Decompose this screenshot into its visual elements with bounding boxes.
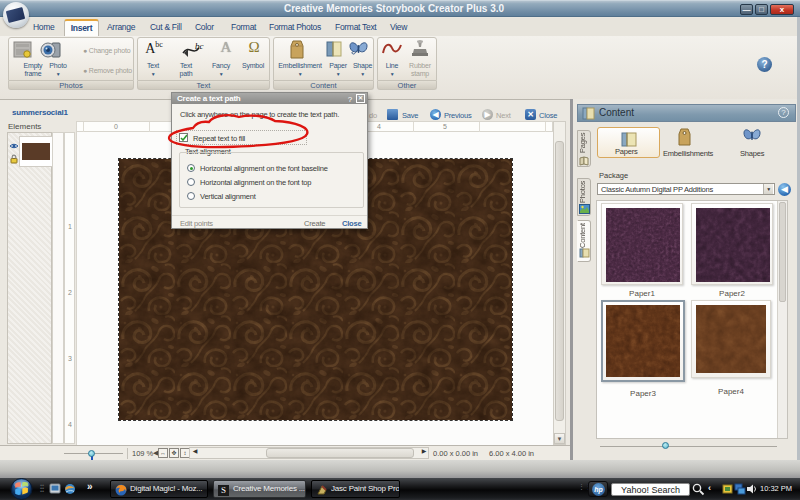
svg-text:bc: bc — [195, 41, 204, 51]
